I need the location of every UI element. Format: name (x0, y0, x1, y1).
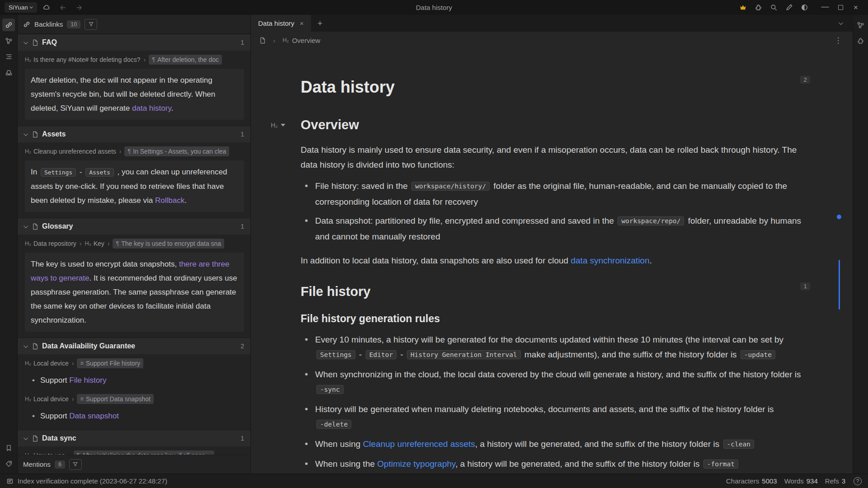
list-item[interactable]: When synchronizing in the cloud, the loc… (301, 367, 803, 398)
block-type-icon: ¶ (116, 240, 119, 247)
list-item[interactable]: Every 10 minutes, a history will be gene… (301, 332, 803, 363)
scrollbar-thumb[interactable] (839, 260, 840, 310)
forward-button[interactable] (72, 2, 86, 14)
breadcrumb-item[interactable]: H₂Is there any #Note# for deleting docs? (25, 56, 140, 63)
filter-icon (72, 461, 78, 467)
breadcrumb-item[interactable]: ¶In Settings - Assets, you can clea (124, 146, 229, 156)
list-item[interactable]: Data snapshot: partitioned by file, encr… (301, 213, 803, 244)
backlink-group-header[interactable]: Assets 1 (18, 126, 250, 142)
dock-graph-panel-button[interactable] (854, 19, 867, 31)
tab-list-button[interactable] (835, 18, 848, 29)
tag-icon (5, 460, 13, 468)
backlink-breadcrumb[interactable]: H₂Data repository›H₃Key›¶The key is used… (25, 239, 244, 249)
breadcrumb-item[interactable]: H₂Data repository (25, 240, 76, 247)
mentions-count-badge: 6 (55, 460, 65, 469)
membership-button[interactable] (736, 2, 750, 14)
dock-tag-button[interactable] (2, 457, 15, 470)
index-status-icon (6, 478, 14, 485)
marketplace-button[interactable] (751, 2, 765, 14)
heading-overview[interactable]: H₂ Overview (301, 117, 803, 132)
help-button[interactable]: ? (854, 477, 862, 485)
backlink-content[interactable]: The key is used to encrypt data snapshot… (25, 253, 244, 332)
theme-toggle-button[interactable] (797, 2, 811, 14)
cloud-sync-button[interactable] (40, 2, 53, 14)
backlink-group-faq: FAQ 1 H₂Is there any #Note# for deleting… (18, 34, 250, 126)
backlink-content[interactable]: Support Data snapshot (25, 408, 244, 424)
block-ref-link[interactable]: Data snapshot (69, 412, 119, 420)
minimize-button[interactable]: — (817, 2, 833, 14)
list-item[interactable]: When using Cleanup unreferenced assets, … (301, 436, 803, 452)
global-search-button[interactable] (767, 2, 780, 14)
breadcrumb-item[interactable]: H₂Local device (25, 395, 69, 403)
backlink-group-header[interactable]: FAQ 1 (18, 34, 250, 51)
hyperlink[interactable]: Cleanup unreferenced assets (363, 439, 475, 449)
breadcrumb-item[interactable]: ¶The key is used to encrypt data sna (113, 239, 224, 249)
text-run: When using (315, 439, 363, 449)
backlink-group-header[interactable]: Data Availability Guarantee 2 (18, 338, 250, 354)
dock-backlinks-button[interactable] (2, 19, 15, 31)
minimize-icon: — (821, 2, 829, 11)
list-item[interactable]: When using the Optimize typography, a hi… (301, 456, 803, 472)
list-item[interactable]: History will be generated when manually … (301, 402, 803, 432)
breadcrumb-item-overview[interactable]: H₂ Overview (283, 37, 320, 44)
paragraph[interactable]: In addition to local data history, data … (301, 253, 803, 268)
hyperlink[interactable]: Optimize typography (377, 459, 455, 469)
breadcrumb-item[interactable]: ¶After deletion, the doc (149, 55, 222, 65)
mentions-filter-button[interactable] (69, 459, 82, 470)
block-ref-link[interactable]: data history (132, 104, 171, 113)
backlinks-count-badge: 10 (67, 20, 80, 28)
backlink-content[interactable]: Support File history (25, 372, 244, 388)
backlink-breadcrumb[interactable]: H₂Local device›≡Support File history (25, 358, 244, 368)
dock-inbox-button[interactable] (2, 66, 15, 79)
dock-plugin-panel-button[interactable] (854, 34, 867, 47)
backlink-breadcrumb[interactable]: H₂Is there any #Note# for deleting docs?… (25, 55, 244, 65)
backlink-content[interactable]: After deletion, the doc will not appear … (25, 69, 244, 120)
backlinks-filter-button[interactable] (85, 19, 97, 30)
heading-gutter[interactable]: H₂ (271, 122, 285, 129)
scroll-position-dot[interactable] (837, 215, 841, 219)
tab-data-history[interactable]: Data history × (251, 15, 311, 32)
breadcrumb-item[interactable]: H₂Local device (25, 360, 69, 367)
breadcrumb-item[interactable]: ≡Support Data snapshot (77, 394, 154, 404)
new-tab-button[interactable]: + (311, 15, 329, 32)
mentions-bar[interactable]: Mentions 6 (18, 455, 250, 474)
tab-close-icon[interactable]: × (300, 19, 304, 27)
backlink-breadcrumb[interactable]: H₂How to use›¶After initializing the dat… (25, 450, 244, 455)
list-item[interactable]: File history: saved in the workspace/his… (301, 178, 803, 209)
dock-graph-button[interactable] (2, 34, 15, 47)
heading-file-history[interactable]: File history 1 (301, 284, 803, 299)
doc-title[interactable]: Data history 2 (301, 78, 803, 97)
paragraph[interactable]: Data history is mainly used to ensure da… (301, 142, 803, 172)
dock-bookmark-button[interactable] (2, 441, 15, 454)
block-ref-link[interactable]: File history (69, 376, 106, 385)
back-button[interactable] (56, 2, 70, 14)
backlink-breadcrumb[interactable]: H₂Cleanup unreferenced assets›¶In Settin… (25, 146, 244, 156)
heading-generation-rules[interactable]: File history generation rules (301, 313, 803, 325)
close-button[interactable]: × (848, 2, 863, 14)
backlink-group-header[interactable]: Glossary 1 (18, 218, 250, 235)
backlink-content[interactable]: In Settings - Assets , you can clean up … (25, 160, 244, 212)
collapse-arrow-icon[interactable] (281, 124, 285, 127)
editor-breadcrumb: › H₂ Overview ⋮ (251, 32, 853, 49)
backlink-count-badge[interactable]: 2 (800, 76, 810, 84)
block-type-icon: H₂ (25, 56, 31, 63)
block-ref-link[interactable]: Rollback (155, 196, 184, 205)
breadcrumb-text: Cleanup unreferenced assets (33, 148, 116, 155)
puzzle-icon (755, 4, 762, 11)
edit-mode-button[interactable] (782, 2, 796, 14)
dock-outline-button[interactable] (2, 50, 15, 63)
backlink-breadcrumb[interactable]: H₂Local device›≡Support Data snapshot (25, 394, 244, 404)
backlink-count-badge[interactable]: 1 (800, 282, 810, 290)
backlink-group-header[interactable]: Data sync 1 (18, 430, 250, 446)
maximize-button[interactable] (833, 2, 848, 14)
document[interactable]: Data history 2 H₂ Overview Data history … (251, 49, 853, 474)
breadcrumb-item[interactable]: ¶After initializing the data repo key, i… (74, 450, 215, 455)
document-icon[interactable] (259, 37, 266, 44)
breadcrumb-item[interactable]: ≡Support File history (77, 358, 143, 368)
more-options-button[interactable]: ⋮ (832, 36, 844, 45)
close-icon: × (854, 3, 858, 12)
breadcrumb-item[interactable]: H₂Cleanup unreferenced assets (25, 148, 116, 155)
hyperlink[interactable]: data synchronization (571, 256, 649, 265)
app-menu-button[interactable]: SiYuan (5, 2, 37, 13)
breadcrumb-item[interactable]: H₃Key (85, 240, 104, 247)
